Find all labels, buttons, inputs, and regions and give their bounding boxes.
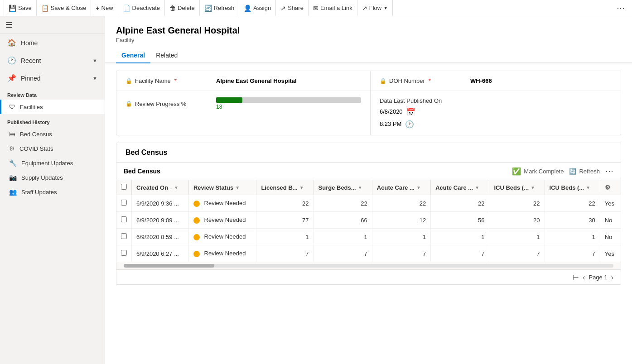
assign-button[interactable]: 👤 Assign [239,0,276,16]
row-check-2[interactable] [116,229,132,245]
toolbar: 💾 Save 📋 Save & Close + New 📄 Deactivate… [0,0,632,16]
progress-bar-fill [216,97,242,103]
chevron-acute-care-1-icon[interactable]: ▼ [416,185,421,190]
pinned-icon: 📌 [7,74,16,82]
status-dot-3 [193,251,200,257]
col-surge-beds[interactable]: Surge Beds... ▼ [314,180,372,195]
row-acute-care-1-1: 12 [372,212,430,229]
sidebar-item-equipment-updates[interactable]: 🔧 Equipment Updates [0,156,105,170]
row-acute-care-1-0: 22 [372,195,430,212]
col-filter[interactable]: ⚙ [600,180,621,195]
row-created-on-1: 6/9/2020 9:09 ... [132,212,189,229]
refresh-button[interactable]: 🔄 Refresh [200,0,240,16]
sidebar-item-facilities[interactable]: 🛡 Facilities [0,100,105,114]
deactivate-button[interactable]: 📄 Deactivate [118,0,165,16]
calendar-icon[interactable]: 📅 [406,108,415,116]
col-licensed-beds[interactable]: Licensed B... ▼ [256,180,314,195]
row-icu-beds-1-3: 7 [489,245,545,262]
row-acute-care-2-0: 22 [431,195,489,212]
more-options-button[interactable]: ⋯ [613,1,628,15]
tab-related[interactable]: Related [150,48,183,63]
chevron-created-on-icon[interactable]: ▼ [174,185,179,190]
col-acute-care-2[interactable]: Acute Care ... ▼ [431,180,489,195]
first-page-button[interactable]: ⊢ [573,273,579,282]
row-check-1[interactable] [116,212,132,229]
sidebar-item-covid-stats[interactable]: ⚙ COVID Stats [0,141,105,156]
sidebar-item-supply-updates[interactable]: 📷 Supply Updates [0,170,105,185]
bed-more-button[interactable]: ⋯ [605,166,613,176]
horizontal-scrollbar[interactable] [116,262,621,270]
col-icu-beds-2[interactable]: ICU Beds (... ▼ [545,180,600,195]
next-page-button[interactable]: › [611,273,613,282]
row-created-on-0: 6/9/2020 9:36 ... [132,195,189,212]
row-icu-beds-1-0: 22 [489,195,545,212]
bed-refresh-icon: 🔄 [569,168,576,175]
email-link-button[interactable]: ✉ Email a Link [309,0,357,16]
col-check [116,180,132,195]
date-value: 6/8/2020 [380,108,403,115]
status-dot-1 [193,217,200,224]
col-created-on[interactable]: Created On ↓ ▼ [132,180,189,195]
row-acute-care-2-3: 7 [431,245,489,262]
time-value: 8:23 PM [380,120,401,127]
email-icon: ✉ [313,5,318,12]
select-all-checkbox[interactable] [121,184,127,190]
lock-icon-3: 🔒 [380,78,386,84]
clock-icon[interactable]: 🕐 [405,120,414,129]
page-label: Page 1 [589,274,607,281]
bed-refresh-button[interactable]: 🔄 Refresh [569,168,600,175]
delete-button[interactable]: 🗑 Delete [165,0,200,16]
sidebar-item-home[interactable]: 🏠 Home [0,34,105,52]
chevron-acute-care-2-icon[interactable]: ▼ [475,185,479,190]
facility-name-value: Alpine East General Hospital [216,77,361,84]
row-acute-care-2-1: 56 [431,212,489,229]
row-acute-care-1-3: 7 [372,245,430,262]
assign-icon: 👤 [244,5,251,12]
sidebar-top: ☰ [0,16,105,34]
content-area: Alpine East General Hospital Facility Ge… [105,16,632,364]
save-close-button[interactable]: 📋 Save & Close [37,0,92,16]
save-button[interactable]: 💾 Save [4,0,37,16]
flow-button[interactable]: ↗ Flow ▼ [357,0,393,16]
review-data-section-label: Review Data [0,87,105,100]
delete-icon: 🗑 [169,5,176,12]
check-circle-icon: ✅ [512,167,521,176]
chevron-surge-beds-icon[interactable]: ▼ [358,185,362,190]
supply-updates-icon: 📷 [9,174,17,181]
col-review-status[interactable]: Review Status ▼ [188,180,256,195]
sidebar-item-staff-updates[interactable]: 👥 Staff Updates [0,185,105,199]
row-check-3[interactable] [116,245,132,262]
chevron-icu-beds-1-icon[interactable]: ▼ [531,185,535,190]
sidebar-item-recent[interactable]: 🕐 Recent ▼ [0,52,105,69]
prev-page-button[interactable]: ‹ [583,273,585,282]
new-button[interactable]: + New [91,0,118,16]
sidebar-item-pinned[interactable]: 📌 Pinned ▼ [0,69,105,87]
lock-icon: 🔒 [125,78,132,84]
chevron-icu-beds-2-icon[interactable]: ▼ [586,185,590,190]
bed-section-toolbar: Bed Census ✅ Mark Complete 🔄 Refresh ⋯ [116,163,621,180]
doh-number-row: 🔒 DOH Number * WH-666 [371,71,621,91]
row-surge-beds-2: 1 [314,229,372,245]
col-acute-care-1[interactable]: Acute Care ... ▼ [372,180,430,195]
table-row: 6/9/2020 8:59 ... Review Needed 1 1 1 1 … [116,229,621,245]
filter-icon[interactable]: ⚙ [605,184,611,191]
sidebar-item-bed-census[interactable]: 🛏 Bed Census [0,127,105,141]
share-button[interactable]: ↗ Share [276,0,309,16]
row-icu-beds-2-2: 1 [545,229,600,245]
row-licensed-beds-0: 22 [256,195,314,212]
col-icu-beds-1[interactable]: ICU Beds (... ▼ [489,180,545,195]
mark-complete-button[interactable]: ✅ Mark Complete [512,167,564,176]
flow-icon: ↗ [362,5,367,12]
tab-general[interactable]: General [116,48,150,63]
deactivate-icon: 📄 [123,5,130,12]
chevron-review-status-icon[interactable]: ▼ [235,185,240,190]
row-review-status-0: Review Needed [188,195,256,212]
hamburger-menu-button[interactable]: ☰ [5,20,13,30]
row-review-status-3: Review Needed [188,245,256,262]
table-footer: ⊢ ‹ Page 1 › [116,270,621,284]
row-extra-3: Yes [600,245,621,262]
chevron-licensed-beds-icon[interactable]: ▼ [299,185,304,190]
row-check-0[interactable] [116,195,132,212]
table-row: 6/9/2020 9:09 ... Review Needed 77 66 12… [116,212,621,229]
progress-value: 18 [216,104,361,110]
